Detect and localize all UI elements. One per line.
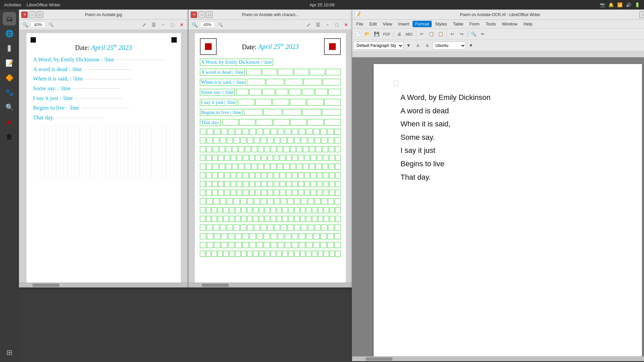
menu-form[interactable]: Form [467,21,482,27]
scrollbar-thumb-1[interactable] [33,284,59,287]
minimize-button-2[interactable]: − [198,11,205,18]
dot [124,174,124,175]
scrollbar-thumb-2[interactable] [202,284,229,287]
sidebar-icon-media[interactable]: ▶ [3,115,16,129]
menu-view[interactable]: View [380,21,395,27]
scrollbar-h-1[interactable] [19,283,188,287]
window-max-tb-1[interactable]: □ [168,21,176,28]
open-button[interactable]: 📂 [363,30,372,39]
minimize-button-1[interactable]: − [29,11,36,18]
sidebar-icon-apps[interactable]: ⊞ [3,346,16,359]
sidebar-icon-files[interactable]: 🗂 [3,12,16,25]
sidebar-icon-gimp[interactable]: 🐾 [3,86,16,99]
cut-button[interactable]: ✂ [418,30,426,39]
find-button[interactable]: 🔍 [469,30,478,39]
sidebar-icon-browser[interactable]: 🌐 [3,27,16,40]
save-button[interactable]: 💾 [372,30,381,39]
dot [44,147,45,148]
writer-scrollbar-thumb[interactable] [366,357,392,361]
dot [136,169,136,170]
font-dropdown[interactable]: Ubuntu [432,42,466,50]
dot-row [33,145,174,145]
dot [147,166,147,167]
green-box [238,164,244,170]
draw-button[interactable]: ✏ [479,30,487,39]
export-pdf-button[interactable]: PDF [382,30,392,39]
green-box [300,251,306,257]
scrollbar-h-2[interactable] [189,283,352,287]
dot [44,174,45,175]
copy-button[interactable]: 📋 [427,30,436,39]
zoom-out-button-1[interactable]: 🔍 [47,21,55,28]
dot [71,156,71,156]
activities-button[interactable]: Activities [4,2,21,7]
print-button[interactable]: 🖨 [395,30,404,39]
dot [60,131,60,132]
dot [120,142,121,143]
dot [166,161,166,162]
green-box [322,109,341,116]
win-controls-1: ✕ − □ [21,11,43,18]
font-dropdown-arrow[interactable]: ▼ [467,41,475,50]
close-button-1[interactable]: ✕ [21,11,28,18]
menu-table[interactable]: Table [450,21,466,27]
menu-insert[interactable]: Insert [395,21,412,27]
dot [90,153,90,154]
menu-file[interactable]: File [354,21,366,27]
maximize-button-1[interactable]: □ [37,11,43,18]
window-min-tb-1[interactable]: − [159,21,167,28]
redo-button[interactable]: ↪ [458,30,466,39]
close-button-2[interactable]: ✕ [191,11,197,18]
dot [132,134,132,135]
green-box [252,146,257,152]
dot [41,169,41,170]
writer-content[interactable]: A Word, by Emily Dickinson A word is dea… [352,57,644,356]
dot [78,156,79,156]
zoom-out-button-2[interactable]: 🔍 [216,21,224,28]
font-style-btn-1[interactable]: A [414,41,422,50]
dot [98,156,98,156]
expand-button-2[interactable]: ⤢ [305,21,313,28]
zoom-in-button-2[interactable]: 🔍 [191,21,199,28]
green-box [320,233,327,239]
font-style-btn-2[interactable]: A [423,41,432,50]
sidebar-icon-vlc[interactable]: 🔶 [3,71,16,84]
window-min-tb-2[interactable]: − [323,21,331,28]
menu-button-2[interactable]: ☰ [314,21,322,28]
style-dropdown[interactable]: Default Paragraph Sty [354,42,404,50]
new-button[interactable]: 📄 [354,30,362,39]
maximize-button-2[interactable]: □ [206,11,213,18]
dot [48,158,49,159]
writer-scrollbar-h[interactable] [352,356,644,361]
dot [52,174,52,175]
window-max-tb-2[interactable]: □ [333,21,341,28]
zoom-in-button-1[interactable]: 🔍 [21,21,29,28]
sidebar-icon-trash[interactable]: 🗑 [3,130,16,143]
menu-edit[interactable]: Edit [367,21,379,27]
dot [67,166,67,167]
window-close-tb-1[interactable]: ✕ [178,21,186,28]
expand-button-1[interactable]: ⤢ [140,21,148,28]
style-dropdown-arrow[interactable]: ▼ [404,41,413,50]
window-title-2: Poem on Acetate with charact... [213,12,328,17]
spellcheck-button[interactable]: ABC [404,30,415,39]
menu-format[interactable]: Format [413,21,432,27]
dot [33,139,34,140]
writer-minimize-button[interactable]: − [639,11,644,18]
paste-button[interactable]: 📋 [436,30,445,39]
window-close-tb-2[interactable]: ✕ [342,21,350,28]
sidebar-icon-writer[interactable]: 📝 [3,56,16,70]
sidebar-icon-search[interactable]: 🔍 [3,101,16,114]
dot-grid-1: // We'll generate dot rows inline [33,126,174,178]
menu-help[interactable]: Help [521,21,535,27]
undo-button[interactable]: ↩ [448,30,457,39]
menu-styles[interactable]: Styles [432,21,449,27]
menu-button-1[interactable]: ☰ [150,21,158,28]
sidebar-icon-terminal[interactable]: ▉ [3,42,16,55]
window-content-1: Date: April 25th 2023 A Word, by Emily D… [19,30,188,283]
empty-rows-container [200,128,341,257]
menu-window[interactable]: Window [499,21,520,27]
dot [94,177,94,178]
menu-tools[interactable]: Tools [483,21,498,27]
green-box [213,198,219,204]
